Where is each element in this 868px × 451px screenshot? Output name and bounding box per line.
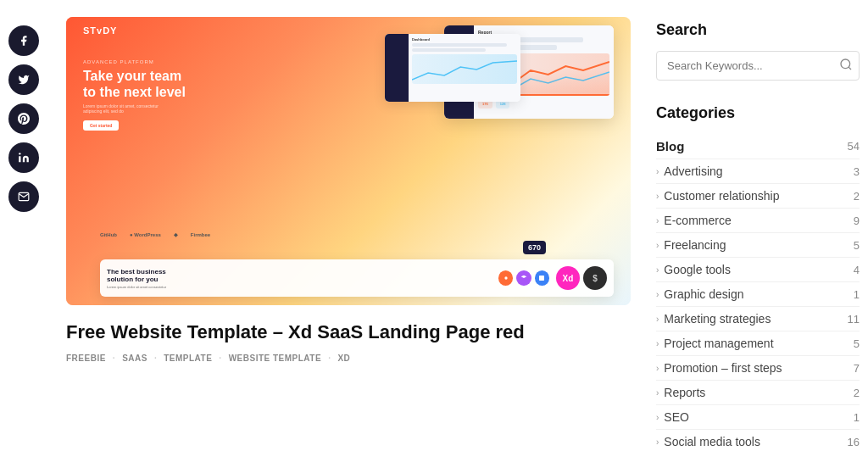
cat-name-12: Social media tools xyxy=(664,435,847,448)
software-icons: Xd $ xyxy=(556,266,607,290)
cat-name-4: Freelancing xyxy=(664,238,853,252)
main-content: STvDY Advanced Platform Take your teamto… xyxy=(66,17,631,451)
feature-icon-2 xyxy=(516,270,531,286)
preview-cta: Get started xyxy=(83,120,119,131)
cat-count-6: 1 xyxy=(854,288,860,301)
category-item-7[interactable]: › Marketing strategies 11 xyxy=(656,307,860,331)
category-item-5[interactable]: › Google tools 4 xyxy=(656,258,860,282)
cat-arrow-11: › xyxy=(656,413,659,422)
category-item-0[interactable]: Blog 54 xyxy=(656,134,860,159)
preview-bottom-desc: Lorem ipsum dolor sit amet consectetur xyxy=(107,285,492,289)
preview-bottom: The best businesssolution for you Lorem … xyxy=(100,259,614,297)
cat-count-5: 4 xyxy=(854,264,860,276)
preview-headline: Take your teamto the next level xyxy=(83,68,186,100)
cat-arrow-7: › xyxy=(656,315,659,324)
xd-icon: Xd xyxy=(556,266,580,290)
cat-arrow-12: › xyxy=(656,437,659,447)
feature-icon-1 xyxy=(498,270,513,286)
cat-name-11: SEO xyxy=(664,410,853,424)
category-item-9[interactable]: › Promotion – first steps 7 xyxy=(656,356,860,381)
article-image: STvDY Advanced Platform Take your teamto… xyxy=(66,17,631,305)
email-icon[interactable] xyxy=(8,181,39,212)
feature-icons xyxy=(498,270,549,286)
cat-arrow-1: › xyxy=(656,167,659,176)
category-item-4[interactable]: › Freelancing 5 xyxy=(656,233,860,258)
search-input[interactable] xyxy=(656,51,860,81)
svg-point-1 xyxy=(504,276,507,279)
tag-freebie[interactable]: FREEBIE xyxy=(66,354,106,363)
article-title: Free Website Template – Xd SaaS Landing … xyxy=(66,320,631,345)
category-item-12[interactable]: › Social media tools 16 xyxy=(656,430,860,451)
logo-wordpress: ● WordPress xyxy=(130,232,161,237)
search-box xyxy=(656,51,860,81)
dark-icon: $ xyxy=(583,266,607,290)
cat-name-2: Customer relationship xyxy=(664,189,853,203)
cat-name-0: Blog xyxy=(656,139,848,153)
sidebar: Search Categories Blog 54 › Advertising … xyxy=(656,17,860,451)
social-bar xyxy=(8,17,41,451)
tag-separator-4: · xyxy=(328,354,331,363)
twitter-icon[interactable] xyxy=(8,64,39,95)
cat-count-10: 2 xyxy=(854,387,860,399)
logo-github: GitHub xyxy=(100,232,117,237)
cat-count-11: 1 xyxy=(854,411,860,424)
cat-name-8: Project management xyxy=(664,337,853,350)
svg-rect-2 xyxy=(539,276,544,281)
category-item-1[interactable]: › Advertising 3 xyxy=(656,159,860,184)
cat-count-8: 5 xyxy=(854,337,860,350)
category-item-8[interactable]: › Project management 5 xyxy=(656,331,860,356)
search-section: Search xyxy=(656,21,860,81)
secondary-dashboard-card: Dashboard xyxy=(385,34,520,102)
cat-count-0: 54 xyxy=(848,140,860,153)
svg-line-4 xyxy=(849,67,851,70)
search-submit-button[interactable] xyxy=(839,58,853,75)
cat-name-6: Graphic design xyxy=(664,287,853,301)
svg-point-0 xyxy=(19,153,20,154)
cat-name-1: Advertising xyxy=(664,164,853,178)
cat-name-9: Promotion – first steps xyxy=(664,361,853,375)
categories-list: Blog 54 › Advertising 3 › Customer relat… xyxy=(656,134,860,451)
categories-heading: Categories xyxy=(656,104,860,122)
cat-arrow-4: › xyxy=(656,241,659,250)
svg-point-3 xyxy=(841,59,850,69)
tag-xd[interactable]: XD xyxy=(337,354,350,363)
cat-count-12: 16 xyxy=(848,436,860,448)
preview-bottom-heading: The best businesssolution for you xyxy=(107,268,492,283)
category-item-2[interactable]: › Customer relationship 2 xyxy=(656,184,860,209)
preview-label: Advanced Platform xyxy=(83,59,186,64)
cat-arrow-10: › xyxy=(656,388,659,398)
cat-arrow-2: › xyxy=(656,192,659,201)
feature-icon-3 xyxy=(535,270,549,286)
preview-container: STvDY Advanced Platform Take your teamto… xyxy=(66,17,631,305)
pinterest-icon[interactable] xyxy=(8,103,39,134)
category-item-6[interactable]: › Graphic design 1 xyxy=(656,282,860,307)
logo-firmbee: Firmbee xyxy=(191,232,210,237)
categories-section: Categories Blog 54 › Advertising 3 › Cus… xyxy=(656,104,860,451)
preview-bottom-text: The best businesssolution for you Lorem … xyxy=(107,268,492,289)
tag-saas[interactable]: SAAS xyxy=(122,354,147,363)
cat-arrow-9: › xyxy=(656,364,659,373)
category-item-11[interactable]: › SEO 1 xyxy=(656,405,860,430)
tag-website-template[interactable]: WEBSITE TEMPLATE xyxy=(229,354,321,363)
logo-other: ◆ xyxy=(174,231,178,237)
logo-strip: GitHub ● WordPress ◆ Firmbee xyxy=(100,231,210,237)
cat-arrow-5: › xyxy=(656,265,659,275)
category-item-10[interactable]: › Reports 2 xyxy=(656,381,860,405)
preview-subtext: Lorem ipsum dolor sit amet, consectetur … xyxy=(83,103,168,114)
preview-hero: Advanced Platform Take your teamto the n… xyxy=(83,59,186,131)
tag-separator-2: · xyxy=(154,354,157,363)
cat-count-4: 5 xyxy=(854,239,860,252)
search-heading: Search xyxy=(656,21,860,39)
stat-badge: 670 xyxy=(523,241,546,254)
linkedin-icon[interactable] xyxy=(8,142,39,173)
cat-name-10: Reports xyxy=(664,386,853,399)
category-item-3[interactable]: › E-commerce 9 xyxy=(656,209,860,233)
cat-count-9: 7 xyxy=(854,362,860,375)
article-tags: FREEBIE · SAAS · TEMPLATE · WEBSITE TEMP… xyxy=(66,354,631,363)
facebook-icon[interactable] xyxy=(8,25,39,56)
cat-name-5: Google tools xyxy=(664,263,853,276)
tag-template[interactable]: TEMPLATE xyxy=(164,354,212,363)
page-wrapper: STvDY Advanced Platform Take your teamto… xyxy=(0,0,868,451)
tag-separator-1: · xyxy=(113,354,115,363)
cat-name-7: Marketing strategies xyxy=(664,312,847,326)
